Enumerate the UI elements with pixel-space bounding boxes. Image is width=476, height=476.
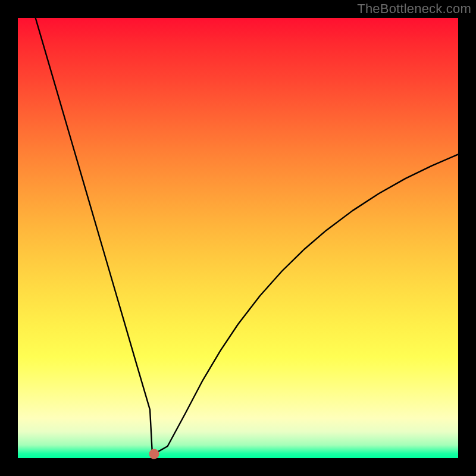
- plot-area: [18, 18, 458, 458]
- watermark-text: TheBottleneck.com: [357, 1, 471, 17]
- marker-dot: [149, 449, 159, 459]
- data-curve: [36, 18, 458, 454]
- chart-frame: TheBottleneck.com: [0, 0, 476, 476]
- curve-svg: [18, 18, 458, 458]
